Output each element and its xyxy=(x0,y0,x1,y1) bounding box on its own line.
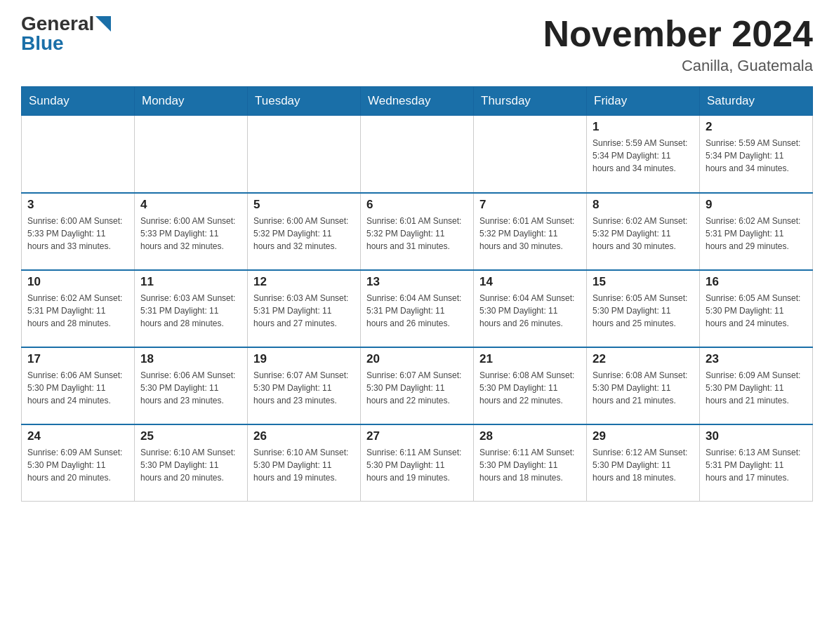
calendar-cell: 29Sunrise: 6:12 AM Sunset: 5:30 PM Dayli… xyxy=(587,424,700,502)
day-info: Sunrise: 5:59 AM Sunset: 5:34 PM Dayligh… xyxy=(593,137,694,175)
header-monday: Monday xyxy=(135,87,248,116)
calendar-cell xyxy=(22,116,135,193)
calendar-cell: 24Sunrise: 6:09 AM Sunset: 5:30 PM Dayli… xyxy=(22,424,135,502)
calendar-cell: 16Sunrise: 6:05 AM Sunset: 5:30 PM Dayli… xyxy=(700,270,813,347)
calendar-cell: 28Sunrise: 6:11 AM Sunset: 5:30 PM Dayli… xyxy=(474,424,587,502)
day-info: Sunrise: 6:04 AM Sunset: 5:30 PM Dayligh… xyxy=(479,292,581,330)
day-info: Sunrise: 6:12 AM Sunset: 5:30 PM Dayligh… xyxy=(593,446,694,484)
day-number: 3 xyxy=(27,198,128,212)
day-number: 11 xyxy=(140,275,241,289)
day-info: Sunrise: 5:59 AM Sunset: 5:34 PM Dayligh… xyxy=(706,137,807,175)
calendar-cell: 6Sunrise: 6:01 AM Sunset: 5:32 PM Daylig… xyxy=(361,193,474,270)
day-info: Sunrise: 6:00 AM Sunset: 5:33 PM Dayligh… xyxy=(27,215,128,253)
day-number: 7 xyxy=(479,198,581,212)
calendar-cell: 4Sunrise: 6:00 AM Sunset: 5:33 PM Daylig… xyxy=(135,193,248,270)
day-info: Sunrise: 6:10 AM Sunset: 5:30 PM Dayligh… xyxy=(253,446,355,484)
day-number: 30 xyxy=(706,429,807,443)
header: General Blue November 2024 Canilla, Guat… xyxy=(21,14,813,75)
calendar-cell: 10Sunrise: 6:02 AM Sunset: 5:31 PM Dayli… xyxy=(22,270,135,347)
day-number: 9 xyxy=(706,198,807,212)
calendar-cell: 30Sunrise: 6:13 AM Sunset: 5:31 PM Dayli… xyxy=(700,424,813,502)
day-info: Sunrise: 6:08 AM Sunset: 5:30 PM Dayligh… xyxy=(479,369,581,407)
calendar-cell: 18Sunrise: 6:06 AM Sunset: 5:30 PM Dayli… xyxy=(135,347,248,424)
header-friday: Friday xyxy=(587,87,700,116)
day-info: Sunrise: 6:13 AM Sunset: 5:31 PM Dayligh… xyxy=(706,446,807,484)
day-number: 19 xyxy=(253,352,355,366)
calendar-cell: 11Sunrise: 6:03 AM Sunset: 5:31 PM Dayli… xyxy=(135,270,248,347)
calendar-cell: 26Sunrise: 6:10 AM Sunset: 5:30 PM Dayli… xyxy=(248,424,361,502)
day-info: Sunrise: 6:11 AM Sunset: 5:30 PM Dayligh… xyxy=(479,446,581,484)
calendar-cell: 17Sunrise: 6:06 AM Sunset: 5:30 PM Dayli… xyxy=(22,347,135,424)
day-number: 23 xyxy=(706,352,807,366)
day-info: Sunrise: 6:07 AM Sunset: 5:30 PM Dayligh… xyxy=(253,369,355,407)
day-info: Sunrise: 6:05 AM Sunset: 5:30 PM Dayligh… xyxy=(706,292,807,330)
calendar-table: SundayMondayTuesdayWednesdayThursdayFrid… xyxy=(21,86,813,502)
calendar-cell: 15Sunrise: 6:05 AM Sunset: 5:30 PM Dayli… xyxy=(587,270,700,347)
day-info: Sunrise: 6:06 AM Sunset: 5:30 PM Dayligh… xyxy=(27,369,128,407)
day-number: 26 xyxy=(253,429,355,443)
week-row-1: 3Sunrise: 6:00 AM Sunset: 5:33 PM Daylig… xyxy=(22,193,813,270)
calendar-cell: 5Sunrise: 6:00 AM Sunset: 5:32 PM Daylig… xyxy=(248,193,361,270)
day-number: 6 xyxy=(366,198,468,212)
day-number: 16 xyxy=(706,275,807,289)
calendar-cell: 27Sunrise: 6:11 AM Sunset: 5:30 PM Dayli… xyxy=(361,424,474,502)
svg-marker-0 xyxy=(95,16,111,32)
day-number: 4 xyxy=(140,198,241,212)
calendar-subtitle: Canilla, Guatemala xyxy=(543,57,813,75)
calendar-cell: 3Sunrise: 6:00 AM Sunset: 5:33 PM Daylig… xyxy=(22,193,135,270)
calendar-cell: 25Sunrise: 6:10 AM Sunset: 5:30 PM Dayli… xyxy=(135,424,248,502)
day-info: Sunrise: 6:08 AM Sunset: 5:30 PM Dayligh… xyxy=(593,369,694,407)
calendar-cell: 14Sunrise: 6:04 AM Sunset: 5:30 PM Dayli… xyxy=(474,270,587,347)
day-number: 10 xyxy=(27,275,128,289)
day-info: Sunrise: 6:04 AM Sunset: 5:31 PM Dayligh… xyxy=(366,292,468,330)
calendar-header-row: SundayMondayTuesdayWednesdayThursdayFrid… xyxy=(22,87,813,116)
day-info: Sunrise: 6:02 AM Sunset: 5:31 PM Dayligh… xyxy=(27,292,128,330)
day-number: 8 xyxy=(593,198,694,212)
day-info: Sunrise: 6:11 AM Sunset: 5:30 PM Dayligh… xyxy=(366,446,468,484)
calendar-cell: 7Sunrise: 6:01 AM Sunset: 5:32 PM Daylig… xyxy=(474,193,587,270)
calendar-title: November 2024 xyxy=(543,14,813,54)
calendar-cell: 8Sunrise: 6:02 AM Sunset: 5:32 PM Daylig… xyxy=(587,193,700,270)
calendar-cell: 19Sunrise: 6:07 AM Sunset: 5:30 PM Dayli… xyxy=(248,347,361,424)
day-number: 20 xyxy=(366,352,468,366)
logo-triangle-icon xyxy=(95,16,111,32)
day-number: 2 xyxy=(706,120,807,134)
day-info: Sunrise: 6:01 AM Sunset: 5:32 PM Dayligh… xyxy=(479,215,581,253)
day-info: Sunrise: 6:02 AM Sunset: 5:31 PM Dayligh… xyxy=(706,215,807,253)
week-row-3: 17Sunrise: 6:06 AM Sunset: 5:30 PM Dayli… xyxy=(22,347,813,424)
day-info: Sunrise: 6:07 AM Sunset: 5:30 PM Dayligh… xyxy=(366,369,468,407)
day-number: 5 xyxy=(253,198,355,212)
header-sunday: Sunday xyxy=(22,87,135,116)
header-wednesday: Wednesday xyxy=(361,87,474,116)
day-number: 22 xyxy=(593,352,694,366)
day-info: Sunrise: 6:09 AM Sunset: 5:30 PM Dayligh… xyxy=(706,369,807,407)
calendar-cell: 22Sunrise: 6:08 AM Sunset: 5:30 PM Dayli… xyxy=(587,347,700,424)
title-area: November 2024 Canilla, Guatemala xyxy=(543,14,813,75)
calendar-cell: 13Sunrise: 6:04 AM Sunset: 5:31 PM Dayli… xyxy=(361,270,474,347)
header-saturday: Saturday xyxy=(700,87,813,116)
calendar-cell: 20Sunrise: 6:07 AM Sunset: 5:30 PM Dayli… xyxy=(361,347,474,424)
day-number: 13 xyxy=(366,275,468,289)
day-number: 25 xyxy=(140,429,241,443)
day-info: Sunrise: 6:10 AM Sunset: 5:30 PM Dayligh… xyxy=(140,446,241,484)
day-number: 29 xyxy=(593,429,694,443)
day-number: 17 xyxy=(27,352,128,366)
day-info: Sunrise: 6:02 AM Sunset: 5:32 PM Dayligh… xyxy=(593,215,694,253)
week-row-4: 24Sunrise: 6:09 AM Sunset: 5:30 PM Dayli… xyxy=(22,424,813,502)
week-row-0: 1Sunrise: 5:59 AM Sunset: 5:34 PM Daylig… xyxy=(22,116,813,193)
logo-general-text: General xyxy=(21,14,94,34)
day-info: Sunrise: 6:00 AM Sunset: 5:33 PM Dayligh… xyxy=(140,215,241,253)
header-tuesday: Tuesday xyxy=(248,87,361,116)
day-number: 15 xyxy=(593,275,694,289)
day-number: 12 xyxy=(253,275,355,289)
calendar-cell xyxy=(248,116,361,193)
logo-blue-text: Blue xyxy=(21,34,64,53)
calendar-cell xyxy=(135,116,248,193)
day-number: 27 xyxy=(366,429,468,443)
day-info: Sunrise: 6:00 AM Sunset: 5:32 PM Dayligh… xyxy=(253,215,355,253)
calendar-cell: 9Sunrise: 6:02 AM Sunset: 5:31 PM Daylig… xyxy=(700,193,813,270)
day-number: 14 xyxy=(479,275,581,289)
day-number: 18 xyxy=(140,352,241,366)
calendar-cell: 12Sunrise: 6:03 AM Sunset: 5:31 PM Dayli… xyxy=(248,270,361,347)
day-info: Sunrise: 6:03 AM Sunset: 5:31 PM Dayligh… xyxy=(253,292,355,330)
